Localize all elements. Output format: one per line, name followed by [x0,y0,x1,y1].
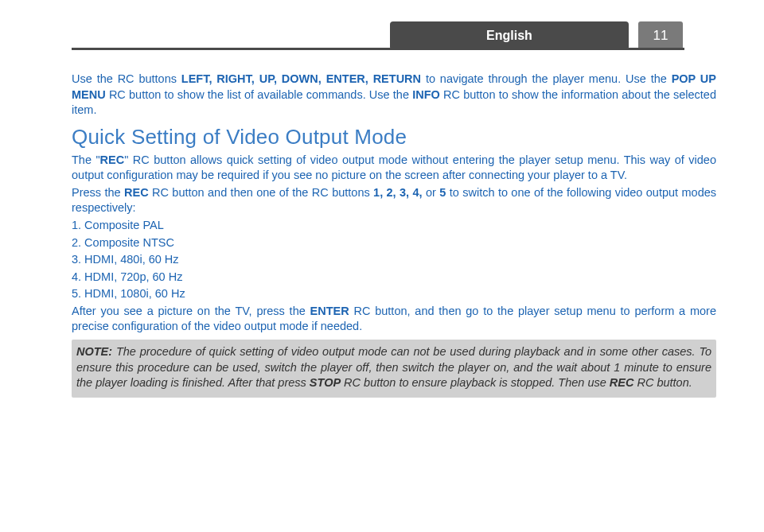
mode-item-3: 3. HDMI, 480i, 60 Hz [72,252,716,268]
text-bold: REC [124,186,149,199]
after-paragraph: After you see a picture on the TV, press… [72,304,716,335]
text: " RC button allows quick setting of vide… [72,153,716,182]
text-bold: INFO [412,88,440,101]
note-box: NOTE: The procedure of quick setting of … [72,340,716,398]
language-tab: English [390,21,629,50]
text: RC button and then one of the RC buttons [149,186,373,199]
note-label: NOTE: [76,345,112,358]
text: or [423,186,440,199]
mode-item-2: 2. Composite NTSC [72,235,716,251]
text-bold: REC [100,153,125,166]
body-paragraph-2: Press the REC RC button and then one of … [72,185,716,216]
text: The " [72,153,100,166]
section-heading: Quick Setting of Video Output Mode [72,123,716,151]
text: Use the RC buttons [72,72,181,85]
content-body: Use the RC buttons LEFT, RIGHT, UP, DOWN… [72,0,716,398]
text: After you see a picture on the TV, press… [72,305,310,317]
text-bold: 1, 2, 3, 4, [373,186,423,199]
page-number: 11 [638,21,683,50]
text: Press the [72,186,124,199]
body-paragraph-1: The "REC" RC button allows quick setting… [72,153,716,184]
text-bold: LEFT, RIGHT, UP, DOWN, ENTER, RETURN [181,72,421,85]
text: to navigate through the player menu. Use… [421,72,672,85]
text: RC button to ensure playback is stopped.… [341,376,610,389]
mode-item-5: 5. HDMI, 1080i, 60 Hz [72,286,716,302]
mode-item-4: 4. HDMI, 720p, 60 Hz [72,270,716,285]
page: English 11 Use the RC buttons LEFT, RIGH… [0,0,764,532]
header-divider [72,48,684,50]
text-bold: STOP [310,376,341,389]
mode-item-1: 1. Composite PAL [72,218,716,234]
text: RC button. [633,376,692,389]
text: RC button to show the list of available … [106,88,412,101]
text-bold: ENTER [310,305,349,317]
intro-paragraph: Use the RC buttons LEFT, RIGHT, UP, DOWN… [72,72,716,118]
text-bold: REC [610,376,634,389]
